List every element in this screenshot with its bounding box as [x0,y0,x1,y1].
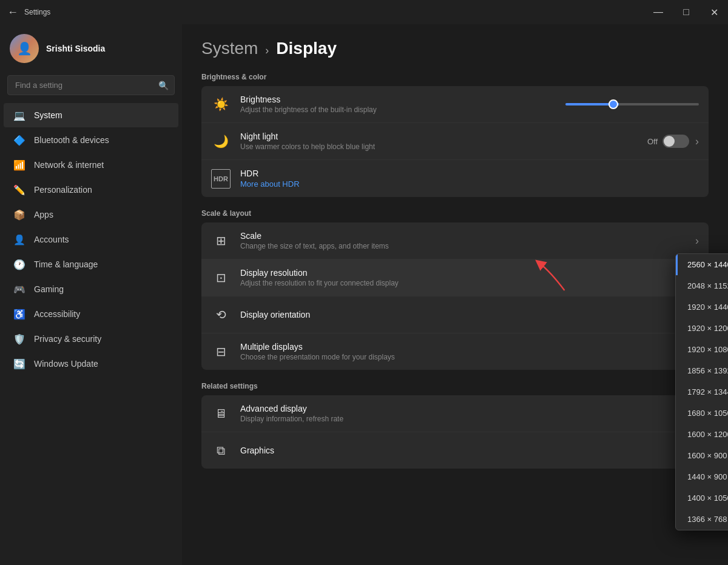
night-light-toggle[interactable] [662,135,689,148]
resolution-option[interactable]: 1366 × 768 [676,509,728,530]
sidebar-item-label-privacy: Privacy & security [34,334,101,344]
sidebar-item-privacy[interactable]: 🛡️ Privacy & security [4,327,178,351]
titlebar-controls: — □ ✕ [644,0,728,24]
titlebar: ← Settings — □ ✕ [0,0,728,24]
content-area: System › Display Brightness & color ☀️ B… [182,24,728,565]
night-light-subtitle: Use warmer colors to help block blue lig… [240,142,638,151]
accessibility-icon: ♿ [13,308,25,320]
sidebar-item-bluetooth[interactable]: 🔷 Bluetooth & devices [4,128,178,152]
sidebar-item-system[interactable]: 💻 System [4,103,178,127]
night-light-icon: 🌙 [211,132,231,151]
section-related-label: Related settings [201,382,709,390]
resolution-option[interactable]: 1792 × 1344 [676,381,728,403]
resolution-option[interactable]: 1920 × 1440 [676,296,728,318]
titlebar-left: ← Settings [7,6,50,19]
display-resolution-subtitle: Adjust the resolution to fit your connec… [240,279,699,287]
sidebar-nav: 💻 System 🔷 Bluetooth & devices 📶 Network… [0,102,182,565]
scale-row[interactable]: ⊞ Scale Change the size of text, apps, a… [201,222,709,259]
resolution-option[interactable]: 1920 × 1200 [676,318,728,339]
sidebar-item-accounts[interactable]: 👤 Accounts [4,227,178,252]
night-light-text: Night light Use warmer colors to help bl… [240,132,638,151]
sidebar-item-label-system: System [34,110,62,120]
resolution-option[interactable]: 1920 × 1080 [676,339,728,360]
graphics-title: Graphics [240,446,686,455]
display-resolution-title: Display resolution [240,268,699,278]
multiple-displays-row[interactable]: ⊟ Multiple displays Choose the presentat… [201,333,709,370]
minimize-button[interactable]: — [644,0,672,24]
display-orientation-icon: ⟲ [211,305,231,324]
resolution-option[interactable]: 1400 × 1050 [676,487,728,509]
sidebar-item-label-network: Network & internet [34,160,104,170]
display-orientation-title: Display orientation [240,310,686,319]
resolution-dropdown: 2560 × 1440 (Recommended)2048 × 11521920… [675,253,728,530]
sidebar-item-apps[interactable]: 📦 Apps [4,202,178,227]
sidebar-item-accessibility[interactable]: ♿ Accessibility [4,302,178,326]
sidebar: 👤 Srishti Sisodia 🔍 💻 System 🔷 Bluetooth… [0,24,182,565]
resolution-option[interactable]: 1680 × 1050 [676,403,728,424]
resolution-option[interactable]: 1440 × 900 [676,466,728,487]
scale-chevron: › [695,235,699,247]
scale-control: › [695,235,699,247]
search-input[interactable] [7,75,175,95]
scale-layout-card: ⊞ Scale Change the size of text, apps, a… [201,222,709,370]
breadcrumb-arrow: › [265,44,269,57]
display-orientation-row[interactable]: ⟲ Display orientation › [201,296,709,333]
multiple-displays-title: Multiple displays [240,342,686,352]
sidebar-item-personalization[interactable]: ✏️ Personalization [4,178,178,202]
time-icon: 🕐 [13,258,25,270]
brightness-row: ☀️ Brightness Adjust the brightness of t… [201,86,709,123]
breadcrumb-parent: System [201,39,258,58]
scale-title: Scale [240,231,686,241]
sidebar-profile: 👤 Srishti Sisodia [0,24,182,70]
night-light-chevron[interactable]: › [695,135,699,148]
brightness-slider[interactable] [565,103,699,105]
main-layout: 👤 Srishti Sisodia 🔍 💻 System 🔷 Bluetooth… [0,24,728,565]
resolution-option[interactable]: 1856 × 1392 [676,360,728,381]
sidebar-item-label-personalization: Personalization [34,185,92,195]
gaming-icon: 🎮 [13,283,25,295]
hdr-text: HDR More about HDR [240,169,699,189]
night-light-toggle-wrap: Off [647,135,689,148]
scale-icon: ⊞ [211,231,231,250]
section-scale-label: Scale & layout [201,209,709,218]
advanced-display-title: Advanced display [240,404,686,413]
night-light-row: 🌙 Night light Use warmer colors to help … [201,123,709,160]
accounts-icon: 👤 [13,233,25,246]
brightness-color-card: ☀️ Brightness Adjust the brightness of t… [201,86,709,197]
advanced-display-icon: 🖥 [211,404,231,423]
page-title: Display [276,39,337,58]
graphics-text: Graphics [240,446,686,455]
hdr-icon: HDR [211,169,231,189]
avatar: 👤 [10,34,39,63]
sidebar-item-time[interactable]: 🕐 Time & language [4,252,178,276]
sidebar-item-network[interactable]: 📶 Network & internet [4,153,178,177]
hdr-title: HDR [240,169,699,178]
sidebar-item-gaming[interactable]: 🎮 Gaming [4,277,178,301]
sidebar-search: 🔍 [7,75,175,95]
brightness-text: Brightness Adjust the brightness of the … [240,95,556,114]
arrow-indicator [533,259,569,297]
display-resolution-text: Display resolution Adjust the resolution… [240,268,699,287]
page-title-wrap: System › Display [201,39,709,58]
night-light-control: Off › [647,135,699,148]
sidebar-item-windowsupdate[interactable]: 🔄 Windows Update [4,352,178,376]
graphics-row[interactable]: ⧉ Graphics › [201,432,709,469]
hdr-link[interactable]: More about HDR [240,179,300,189]
bluetooth-icon: 🔷 [13,134,25,146]
privacy-icon: 🛡️ [13,333,25,345]
maximize-button[interactable]: □ [672,0,700,24]
network-icon: 📶 [13,159,25,171]
close-button[interactable]: ✕ [700,0,728,24]
display-orientation-text: Display orientation [240,310,686,319]
personalization-icon: ✏️ [13,184,25,196]
resolution-option[interactable]: 1600 × 1200 [676,424,728,445]
resolution-option[interactable]: 2048 × 1152 [676,275,728,296]
advanced-display-row[interactable]: 🖥 Advanced display Display information, … [201,395,709,432]
resolution-option[interactable]: 2560 × 1440 (Recommended) [676,254,728,275]
back-icon[interactable]: ← [7,6,18,19]
display-resolution-row[interactable]: ⊡ Display resolution Adjust the resoluti… [201,259,709,296]
resolution-option[interactable]: 1600 × 900 [676,445,728,466]
graphics-icon: ⧉ [211,441,231,460]
night-light-toggle-label: Off [647,137,658,146]
brightness-control [565,103,699,105]
